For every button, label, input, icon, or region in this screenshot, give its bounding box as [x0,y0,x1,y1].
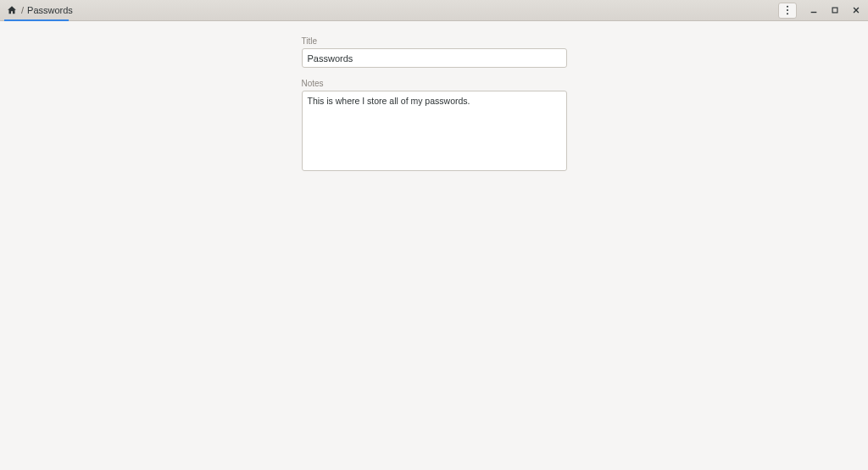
form-spacer [302,68,567,79]
breadcrumb-group: / Passwords [4,0,75,20]
svg-point-1 [787,9,788,11]
window-controls [778,0,865,20]
svg-rect-4 [832,8,837,13]
svg-point-0 [787,6,788,8]
notes-label: Notes [302,79,567,88]
maximize-button[interactable] [826,3,844,19]
breadcrumb-current[interactable]: Passwords [25,5,75,15]
breadcrumb-separator: / [19,5,25,15]
edit-form: Title Notes [302,36,567,174]
close-button[interactable] [847,3,865,19]
breadcrumb-active-indicator [4,19,69,21]
main-content: Title Notes [0,21,868,174]
minimize-button[interactable] [804,3,823,19]
svg-point-2 [787,13,788,14]
breadcrumb: / Passwords [3,0,75,20]
menu-button[interactable] [778,3,797,19]
home-icon[interactable] [4,3,19,18]
title-input[interactable] [302,48,567,68]
notes-textarea[interactable] [302,91,567,171]
title-label: Title [302,36,567,46]
header-bar: / Passwords [0,0,868,21]
